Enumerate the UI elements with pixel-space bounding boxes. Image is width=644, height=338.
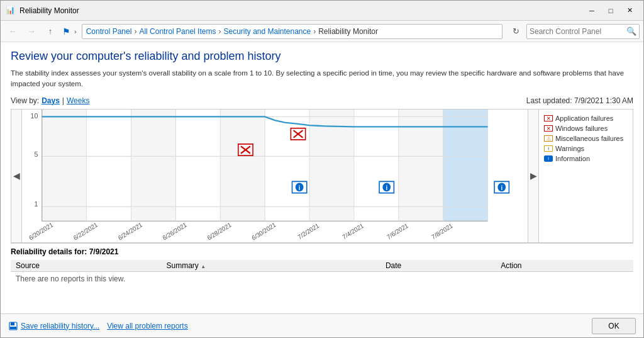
- close-button[interactable]: ✕: [621, 4, 638, 17]
- page-description: The stability index assesses your system…: [11, 68, 633, 90]
- restore-button[interactable]: □: [602, 4, 619, 17]
- col-date: Date: [380, 260, 496, 272]
- empty-message: There are no reports in this view.: [11, 272, 633, 286]
- titlebar-controls: ─ □ ✕: [583, 4, 638, 17]
- app-failure-icon: ✕: [544, 115, 553, 121]
- svg-text:6/22/2021: 6/22/2021: [72, 220, 99, 241]
- svg-rect-1: [87, 110, 131, 221]
- svg-rect-5: [265, 110, 309, 221]
- search-icon: 🔍: [626, 26, 636, 36]
- win-failure-icon: ✕: [544, 125, 553, 132]
- breadcrumb-current: Reliability Monitor: [318, 27, 378, 36]
- search-bar: 🔍: [526, 24, 640, 39]
- view-controls: View by: Days | Weeks Last updated: 7/9/…: [11, 96, 633, 105]
- warning-icon: !: [544, 145, 553, 152]
- view-by-label: View by:: [11, 96, 39, 105]
- footer: Save reliability history... View all pro…: [1, 313, 643, 337]
- content-area: Review your computer's reliability and p…: [1, 42, 643, 313]
- legend-app-label: Application failures: [555, 115, 613, 122]
- svg-text:7/8/2021: 7/8/2021: [430, 222, 454, 240]
- sort-icon: ▲: [201, 264, 206, 269]
- window-title: Reliability Monitor: [19, 6, 583, 15]
- window-icon: 📊: [6, 6, 16, 16]
- chart-legend: ✕ Application failures ✕ Windows failure…: [539, 109, 633, 244]
- col-source: Source: [11, 260, 161, 272]
- svg-text:7/6/2021: 7/6/2021: [386, 222, 409, 240]
- footer-links: Save reliability history... View all pro…: [8, 321, 188, 331]
- svg-rect-4: [220, 110, 265, 221]
- save-icon: [8, 321, 18, 331]
- svg-rect-0: [42, 110, 87, 221]
- chart-left-arrow[interactable]: ◀: [11, 109, 22, 244]
- legend-misc-label: Miscellaneous failures: [555, 135, 623, 142]
- chart-main: 10 5 1: [22, 109, 528, 244]
- view-by-container: View by: Days | Weeks: [11, 96, 89, 105]
- svg-text:i: i: [386, 184, 387, 191]
- legend-warnings: ! Warnings: [544, 145, 628, 152]
- svg-text:7/2/2021: 7/2/2021: [297, 222, 321, 240]
- legend-windows-failures: ✕ Windows failures: [544, 125, 628, 132]
- legend-information: i Information: [544, 155, 628, 162]
- info-icon: i: [544, 155, 553, 162]
- svg-rect-55: [10, 327, 16, 329]
- weeks-link[interactable]: Weeks: [67, 96, 89, 105]
- view-reports-link[interactable]: View all problem reports: [107, 322, 188, 330]
- legend-app-failures: ✕ Application failures: [544, 115, 628, 122]
- days-link[interactable]: Days: [42, 96, 60, 105]
- titlebar: 📊 Reliability Monitor ─ □ ✕: [1, 1, 643, 21]
- chart-svg: 10 5 1: [22, 110, 528, 243]
- svg-text:6/28/2021: 6/28/2021: [206, 220, 233, 241]
- breadcrumb-all-items[interactable]: All Control Panel Items: [139, 27, 216, 36]
- details-section: Reliability details for: 7/9/2021 Source…: [11, 243, 633, 306]
- search-input[interactable]: [530, 27, 626, 36]
- save-reliability-link[interactable]: Save reliability history...: [8, 321, 99, 331]
- svg-text:6/24/2021: 6/24/2021: [117, 220, 143, 241]
- svg-text:i: i: [501, 184, 502, 191]
- ok-button[interactable]: OK: [592, 318, 636, 334]
- svg-text:6/30/2021: 6/30/2021: [250, 220, 277, 241]
- col-action: Action: [496, 260, 633, 272]
- details-table: Source Summary ▲ Date Action: [11, 260, 633, 286]
- main-window: 📊 Reliability Monitor ─ □ ✕ ← → ↑ ⚑ › Co…: [0, 0, 644, 338]
- legend-warnings-label: Warnings: [555, 145, 584, 152]
- svg-rect-3: [175, 110, 220, 221]
- svg-rect-2: [131, 110, 175, 221]
- svg-text:1: 1: [35, 200, 38, 207]
- breadcrumb-sep-2: ›: [218, 27, 221, 36]
- minimize-button[interactable]: ─: [583, 4, 601, 17]
- empty-row: There are no reports in this view.: [11, 272, 633, 286]
- col-summary: Summary ▲: [161, 260, 380, 272]
- breadcrumb-sep-3: ›: [313, 27, 316, 36]
- legend-misc-failures: ⚠ Miscellaneous failures: [544, 135, 628, 142]
- chart-right-arrow[interactable]: ▶: [528, 109, 539, 244]
- svg-text:6/20/2021: 6/20/2021: [28, 220, 54, 241]
- up-button[interactable]: ↑: [42, 23, 58, 40]
- legend-win-label: Windows failures: [555, 125, 608, 132]
- svg-text:i: i: [299, 184, 301, 191]
- forward-button[interactable]: →: [23, 23, 40, 40]
- page-title: Review your computer's reliability and p…: [11, 50, 633, 63]
- svg-text:10: 10: [31, 111, 38, 119]
- legend-info-label: Information: [555, 155, 590, 162]
- svg-rect-54: [11, 322, 14, 325]
- misc-failure-icon: ⚠: [544, 135, 553, 142]
- navbar: ← → ↑ ⚑ › Control Panel › All Control Pa…: [1, 21, 643, 42]
- breadcrumb-sep-1: ›: [134, 27, 136, 36]
- svg-text:7/4/2021: 7/4/2021: [341, 222, 365, 240]
- breadcrumb-control-panel[interactable]: Control Panel: [86, 27, 132, 36]
- chart-svg-container[interactable]: 10 5 1: [22, 110, 528, 243]
- breadcrumb-sep-0: ›: [74, 28, 77, 35]
- home-icon: ⚑: [62, 26, 70, 37]
- svg-text:5: 5: [35, 150, 38, 158]
- back-button[interactable]: ←: [4, 23, 21, 40]
- breadcrumb-security[interactable]: Security and Maintenance: [223, 27, 311, 36]
- details-title: Reliability details for: 7/9/2021: [11, 247, 633, 256]
- refresh-button[interactable]: ↻: [508, 23, 524, 40]
- chart-container: ◀: [11, 109, 633, 244]
- svg-text:6/26/2021: 6/26/2021: [162, 220, 188, 241]
- view-sep: |: [62, 96, 64, 105]
- breadcrumb: Control Panel › All Control Panel Items …: [82, 24, 502, 39]
- last-updated: Last updated: 7/9/2021 1:30 AM: [526, 96, 633, 105]
